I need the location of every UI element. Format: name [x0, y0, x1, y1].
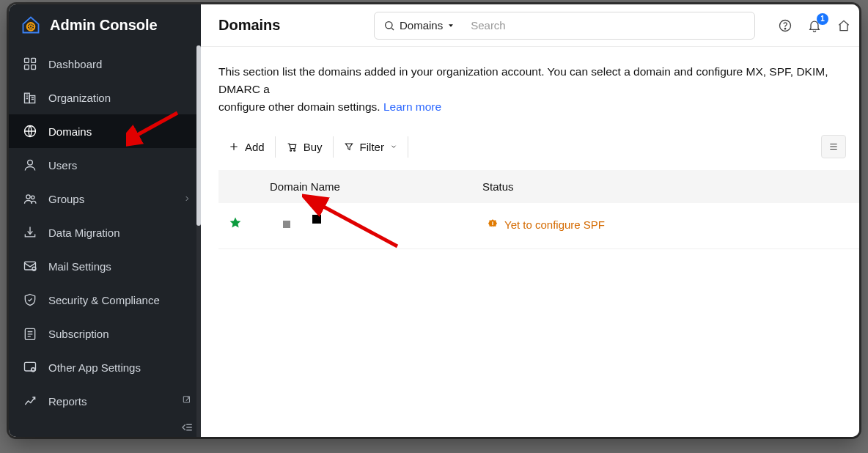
search-icon: [383, 20, 395, 32]
svg-rect-2: [32, 59, 36, 63]
sidebar-item-dashboard[interactable]: Dashboard: [9, 47, 201, 81]
svg-point-10: [32, 196, 34, 199]
sidebar-item-mail-settings[interactable]: Mail Settings: [9, 249, 201, 283]
buy-button[interactable]: Buy: [276, 136, 334, 158]
sidebar-item-data-migration[interactable]: Data Migration: [9, 216, 201, 249]
svg-rect-4: [32, 65, 36, 70]
table-header: Domain Name Status: [218, 170, 859, 203]
caret-down-icon: [447, 19, 455, 32]
svg-point-21: [293, 150, 295, 151]
groups-icon: [22, 191, 38, 207]
search-scope-dropdown[interactable]: Domains: [375, 19, 463, 32]
svg-point-9: [26, 195, 30, 199]
svg-rect-14: [25, 362, 36, 371]
sidebar-item-label: Subscription: [48, 328, 109, 340]
status-text: Yet to configure SPF: [504, 218, 605, 231]
search-bar: Domains: [374, 12, 755, 40]
open-external-icon: [182, 395, 192, 408]
svg-rect-11: [25, 262, 36, 270]
status-cell: Yet to configure SPF: [487, 218, 605, 231]
redacted-domain-part-2: [312, 215, 321, 224]
sidebar: Admin Console Dashboard Organization Dom…: [9, 4, 201, 437]
sidebar-item-label: Domains: [48, 125, 92, 138]
sidebar-item-label: Security & Compliance: [48, 294, 160, 306]
svg-rect-1: [25, 59, 29, 63]
sidebar-item-organization[interactable]: Organization: [9, 81, 201, 114]
search-input[interactable]: [463, 19, 754, 32]
topbar: Domains Domains: [201, 4, 859, 47]
mail-settings-icon: [22, 258, 38, 274]
primary-domain-star-icon: [229, 216, 242, 232]
sidebar-item-label: Dashboard: [48, 58, 102, 70]
shield-icon: [22, 292, 38, 308]
reports-icon: [22, 393, 38, 409]
organization-icon: [22, 89, 38, 106]
globe-icon: [22, 123, 38, 139]
sidebar-item-label: Data Migration: [48, 226, 120, 239]
svg-point-8: [28, 160, 33, 165]
topbar-right-icons: 1: [777, 18, 852, 34]
sidebar-item-label: Other App Settings: [48, 361, 141, 374]
table-row[interactable]: Yet to configure SPF: [218, 203, 859, 249]
col-domain-header: Domain Name: [270, 180, 482, 193]
sidebar-item-users[interactable]: Users: [9, 148, 201, 182]
sidebar-item-groups[interactable]: Groups: [9, 182, 201, 216]
page-title: Domains: [218, 17, 280, 34]
chevron-right-icon: [183, 193, 191, 205]
svg-point-20: [290, 150, 291, 151]
sidebar-item-domains[interactable]: Domains: [9, 114, 201, 148]
warning-icon: [487, 218, 499, 230]
other-app-settings-icon: [22, 359, 38, 375]
svg-rect-3: [25, 65, 29, 70]
subscription-icon: [22, 325, 38, 342]
sidebar-header: Admin Console: [9, 4, 201, 47]
add-button[interactable]: Add: [218, 136, 276, 158]
main: Domains Domains: [201, 4, 859, 437]
sidebar-item-label: Organization: [48, 92, 111, 104]
redacted-domain-part-1: [283, 221, 290, 228]
sidebar-item-security[interactable]: Security & Compliance: [9, 283, 201, 317]
user-icon: [22, 157, 38, 173]
app-logo-icon: [21, 15, 41, 35]
home-button[interactable]: [836, 18, 852, 34]
sidebar-item-label: Groups: [48, 193, 84, 205]
notifications-button[interactable]: 1: [806, 18, 823, 34]
filter-button[interactable]: Filter: [334, 136, 408, 158]
help-button[interactable]: [777, 18, 793, 34]
intro-text: This section list the domains added in y…: [218, 63, 859, 116]
learn-more-link[interactable]: Learn more: [383, 100, 441, 113]
sidebar-item-label: Users: [48, 159, 77, 172]
sidebar-item-other-app-settings[interactable]: Other App Settings: [9, 350, 201, 384]
collapse-sidebar-button[interactable]: [180, 422, 194, 432]
sidebar-nav: Dashboard Organization Domains Users: [9, 47, 201, 418]
toolbar: Add Buy Filter: [218, 135, 859, 167]
svg-rect-22: [492, 221, 493, 225]
svg-point-17: [386, 21, 392, 28]
list-density-button[interactable]: [821, 135, 846, 158]
sidebar-item-label: Reports: [48, 395, 87, 408]
sidebar-item-subscription[interactable]: Subscription: [9, 317, 201, 350]
content: This section list the domains added in y…: [201, 47, 859, 437]
app-title: Admin Console: [50, 17, 158, 34]
svg-point-19: [784, 28, 786, 29]
sidebar-item-reports[interactable]: Reports: [9, 384, 201, 418]
col-status-header: Status: [482, 180, 514, 193]
notification-badge: 1: [817, 13, 828, 25]
data-migration-icon: [22, 224, 38, 240]
svg-rect-23: [492, 226, 493, 227]
sidebar-item-label: Mail Settings: [48, 260, 111, 273]
dashboard-icon: [22, 56, 38, 72]
search-scope-label: Domains: [400, 19, 443, 32]
